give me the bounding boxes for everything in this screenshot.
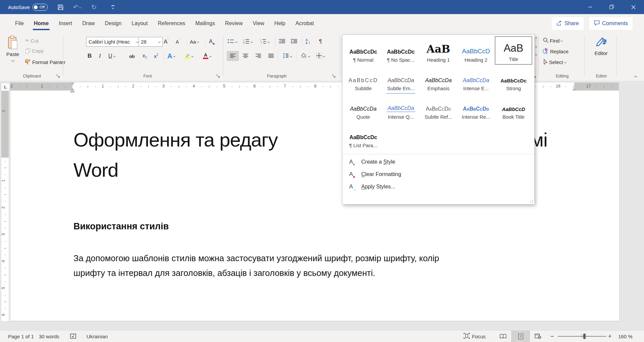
minimize-button[interactable] [580, 0, 601, 14]
tab-view[interactable]: View [248, 15, 269, 32]
hanging-indent-marker[interactable] [70, 88, 74, 91]
tab-mailings[interactable]: Mailings [190, 15, 220, 32]
style-item-quote[interactable]: AaBbCcDaQuote [344, 93, 382, 122]
justify-button[interactable] [265, 51, 277, 61]
strikethrough-button[interactable]: ab [128, 51, 136, 61]
style-item-subtle-reference[interactable]: AaBbCcDdSubtle Ref... [420, 93, 457, 122]
close-button[interactable] [623, 0, 644, 14]
tab-home[interactable]: Home [29, 15, 54, 32]
style-item-intense-quote[interactable]: AaBbCcDaIntense Q... [382, 93, 420, 122]
show-paragraph-marks-button[interactable]: ¶ [318, 37, 323, 47]
subscript-button[interactable]: x2 [142, 51, 148, 61]
clipboard-dialog-launcher-icon[interactable] [56, 74, 60, 78]
align-right-button[interactable] [252, 51, 264, 61]
align-left-button[interactable] [227, 51, 239, 61]
zoom-slider-thumb[interactable] [583, 334, 586, 339]
menu-item-apply-styles[interactable]: A→Apply Styles... [342, 180, 534, 193]
tab-file[interactable]: File [10, 15, 29, 32]
change-case-button[interactable]: Aa [189, 37, 200, 47]
vertical-ruler[interactable]: 1123456 [1, 91, 9, 321]
style-item-heading2[interactable]: AaBbCcDHeading 2 [457, 36, 495, 65]
line-spacing-button[interactable] [281, 51, 293, 61]
find-button[interactable]: Find [542, 36, 564, 46]
font-color-button[interactable]: A [202, 51, 212, 61]
style-item-heading1[interactable]: AaBHeading 1 [420, 36, 457, 65]
tab-review[interactable]: Review [220, 15, 248, 32]
bold-button[interactable]: B [87, 51, 93, 61]
tab-insert[interactable]: Insert [54, 15, 77, 32]
style-item-intense-reference[interactable]: AaBbCcDdIntense Re... [457, 93, 495, 122]
superscript-button[interactable]: x2 [153, 51, 159, 61]
redo-icon[interactable]: ↻ [90, 3, 98, 11]
style-item-title[interactable]: AaBTitle [495, 36, 532, 65]
font-size-combo[interactable]: 28 [139, 37, 163, 47]
multilevel-list-button[interactable]: 1ai [259, 37, 270, 47]
proofing-status-icon[interactable] [70, 331, 76, 342]
language-indicator[interactable]: Ukrainian [87, 331, 108, 342]
tab-design[interactable]: Design [100, 15, 127, 32]
restore-button[interactable] [601, 0, 623, 14]
autosave-control[interactable]: AutoSave Off [8, 4, 48, 11]
shading-button[interactable] [299, 51, 311, 61]
tab-layout[interactable]: Layout [126, 15, 153, 32]
style-item-normal[interactable]: AaBbCcDc¶ Normal [344, 36, 382, 65]
style-item-list-paragraph[interactable]: AaBbCcDc¶ List Para... [344, 122, 382, 150]
italic-button[interactable]: I [98, 51, 102, 61]
menu-item-clear-formatting[interactable]: A◆Clear Formatting [342, 168, 534, 180]
customize-quick-access-icon[interactable] [109, 3, 117, 11]
font-name-combo[interactable]: Calibri Light (Heac [86, 37, 141, 47]
paragraph-dialog-launcher-icon[interactable] [332, 74, 336, 78]
replace-button[interactable]: b c Replace [542, 46, 570, 56]
read-mode-button[interactable] [494, 331, 513, 342]
tab-selector[interactable]: L [1, 82, 10, 91]
text-highlight-button[interactable] [184, 51, 194, 61]
focus-button[interactable]: Focus [464, 331, 486, 342]
decrease-indent-button[interactable] [278, 37, 286, 47]
editor-button[interactable]: Editor [588, 34, 614, 72]
tab-draw[interactable]: Draw [77, 15, 100, 32]
text-effects-button[interactable]: A [166, 51, 176, 61]
style-item-subtitle[interactable]: AaBbCcDSubtitle [344, 65, 382, 93]
borders-button[interactable] [315, 51, 326, 61]
word-count[interactable]: 30 words [39, 331, 59, 342]
sort-button[interactable]: AZ ↓ [305, 37, 312, 47]
left-indent-marker[interactable] [70, 91, 74, 93]
page-indicator[interactable]: Page 1 of 1 [8, 331, 34, 342]
share-button[interactable]: Share [552, 17, 584, 30]
web-layout-button[interactable] [529, 331, 547, 342]
clear-formatting-button[interactable]: A◆ [208, 37, 214, 47]
style-item-subtle-emphasis[interactable]: AaBbCcDaSubtle Em... [382, 65, 420, 93]
save-icon[interactable] [56, 3, 64, 11]
style-item-intense-emphasis[interactable]: AaBbCcDaIntense E... [457, 65, 495, 93]
select-button[interactable]: Select [542, 57, 567, 67]
tab-references[interactable]: References [153, 15, 190, 32]
zoom-out-button[interactable]: − [550, 331, 554, 342]
bullets-button[interactable] [227, 37, 238, 47]
shrink-font-button[interactable]: Aˇ [175, 37, 181, 47]
increase-indent-button[interactable] [290, 37, 299, 47]
format-painter-button[interactable]: Format Painter [24, 57, 66, 67]
comments-button[interactable]: Comments [589, 17, 633, 30]
first-line-indent-marker[interactable] [70, 82, 74, 85]
font-dialog-launcher-icon[interactable] [216, 74, 220, 78]
style-item-book-title[interactable]: AaBbCcDBook Title [495, 93, 532, 122]
panel-resize-grip[interactable] [529, 199, 533, 203]
paste-button[interactable]: Paste [3, 34, 22, 72]
underline-button[interactable]: U [107, 51, 116, 61]
tab-acrobat[interactable]: Acrobat [290, 15, 319, 32]
cut-button[interactable]: ✂ Cut [24, 36, 40, 46]
tab-help[interactable]: Help [269, 15, 290, 32]
copy-button[interactable]: Copy [24, 46, 45, 56]
zoom-in-button[interactable]: + [608, 331, 612, 342]
right-indent-marker[interactable] [572, 88, 576, 91]
style-item-no-spacing[interactable]: AaBbCcDc¶ No Spac... [382, 36, 420, 65]
zoom-level[interactable]: 160 % [618, 331, 633, 342]
collapse-ribbon-icon[interactable] [635, 74, 637, 79]
numbering-button[interactable]: 123 [242, 37, 254, 47]
style-item-strong[interactable]: AaBbCcDcStrong [495, 65, 532, 93]
undo-icon[interactable]: ↶ [73, 3, 81, 11]
print-layout-button[interactable] [511, 331, 530, 342]
style-item-emphasis[interactable]: AaBbCcDaEmphasis [420, 65, 457, 93]
align-center-button[interactable] [239, 51, 252, 61]
menu-item-create-a-style[interactable]: A+Create a Style [342, 156, 534, 168]
